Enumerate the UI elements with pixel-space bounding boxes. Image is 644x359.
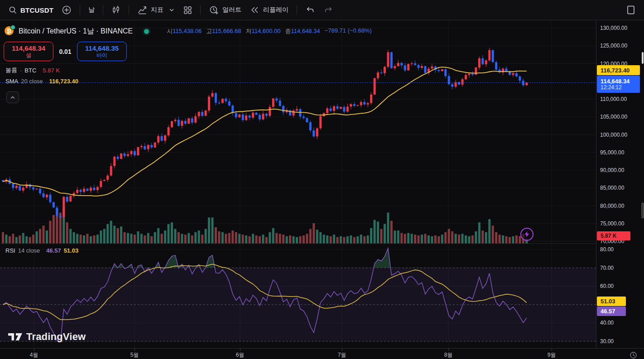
lightning-bolt-icon — [524, 231, 530, 238]
panel-icon — [626, 5, 635, 15]
high-value: 115,666.68 — [212, 28, 241, 34]
buy-label: 바이 — [96, 52, 107, 59]
layout-grid-button[interactable] — [179, 3, 196, 17]
time-axis-month-label: 7월 — [338, 351, 346, 359]
time-axis-tick — [342, 349, 342, 351]
time-axis-tick — [240, 349, 240, 351]
time-axis[interactable]: 4월5월6월7월8월9월 — [0, 348, 644, 359]
time-axis-month-label: 5월 — [130, 351, 139, 359]
sma-axis-label: 116,723.40 — [597, 65, 640, 75]
timezone-clock-icon[interactable] — [630, 351, 637, 359]
rsi-value: 46.57 — [46, 247, 61, 254]
close-label: 종 — [285, 28, 291, 34]
tradingview-logo[interactable]: TradingView — [8, 331, 86, 343]
tradingview-logo-text: TradingView — [26, 331, 86, 343]
grid-layout-icon — [183, 5, 192, 14]
market-status-dot-icon[interactable] — [144, 29, 149, 34]
rsi-axis-label: 46.57 — [597, 306, 626, 316]
compare-add-button[interactable] — [58, 2, 76, 18]
undo-icon — [305, 5, 315, 15]
time-axis-tick — [34, 349, 34, 351]
legend-collapse-button[interactable] — [6, 91, 19, 103]
rsi-params: 14 close — [18, 247, 40, 254]
bitcoin-icon: ₿ — [5, 26, 14, 36]
sma-value: 116,723.40 — [49, 78, 78, 85]
high-label: 고 — [206, 28, 212, 34]
last-price-axis-label: 114,648.34 12:24:12 — [597, 76, 640, 93]
scrollbar-thumb[interactable] — [642, 52, 644, 64]
volume-separator: · — [20, 67, 22, 74]
replay-button[interactable]: 리플레이 — [245, 2, 293, 18]
alarm-clock-plus-icon — [209, 5, 219, 15]
spread-value: 0.01 — [53, 48, 77, 55]
toolbar-separator — [200, 5, 201, 15]
candlestick-icon — [111, 5, 120, 14]
sma-name: SMA — [5, 78, 18, 85]
alert-button[interactable]: 얼러트 — [205, 2, 245, 18]
right-panel-rail[interactable] — [642, 20, 644, 348]
price-axis-tick: 130,000.00 — [600, 25, 627, 31]
toolbar-separator — [80, 5, 80, 15]
price-chart-canvas[interactable] — [0, 20, 596, 348]
time-axis-month-label: 8월 — [444, 351, 453, 359]
time-axis-tick — [448, 349, 449, 351]
rsi-name: RSI — [5, 247, 15, 254]
time-axis-month-label: 9월 — [548, 351, 556, 359]
rsi-legend[interactable]: RSI 14 close 46.57 51.03 — [5, 247, 78, 254]
sell-button[interactable]: 114,648.34 셀 — [4, 42, 53, 61]
close-value: 114,648.34 — [291, 28, 320, 34]
ohlc-values: 시115,438.06 고115,666.68 저114,600.00 종114… — [167, 27, 372, 35]
replay-rewind-icon — [250, 5, 260, 15]
volume-legend[interactable]: 볼륨 · BTC 5.87 K — [5, 66, 60, 74]
rsi-axis-tick: 40.00 — [600, 320, 614, 326]
open-value: 115,438.06 — [173, 28, 202, 34]
low-label: 저 — [245, 28, 251, 34]
toolbar-separator — [297, 5, 297, 15]
volume-axis-label: 5.87 K — [597, 231, 630, 240]
chart-style-button[interactable] — [107, 3, 125, 17]
time-axis-month-label: 4월 — [30, 351, 38, 359]
indicators-button[interactable]: 지표 — [133, 2, 168, 18]
top-toolbar: BTCUSDT 날 지표 얼러트 리플 — [0, 0, 644, 20]
open-label: 시 — [167, 28, 173, 34]
time-axis-tick — [552, 349, 552, 351]
price-axis[interactable]: 30.0040.0060.0070.0080.0070,000.0075,000… — [596, 20, 642, 348]
time-axis-tick — [135, 349, 135, 351]
price-axis-tick: 95,000.00 — [600, 149, 624, 156]
symbol-search-button[interactable]: BTCUSDT — [5, 3, 58, 17]
time-axis-month-label: 6월 — [236, 351, 245, 359]
main-legend: ₿ Bitcoin / TetherUS · 1날 · BINANCE 시115… — [5, 26, 372, 36]
chevron-up-icon — [10, 95, 15, 100]
interval-label: 날 — [88, 6, 95, 14]
trade-panel: 114,648.34 셀 0.01 114,648.35 바이 — [4, 42, 127, 61]
replay-label: 리플레이 — [263, 6, 288, 14]
panel-handle[interactable] — [642, 203, 644, 218]
instant-trading-icon[interactable] — [520, 228, 533, 241]
chart-area[interactable]: ₿ Bitcoin / TetherUS · 1날 · BINANCE 시115… — [0, 20, 596, 348]
price-axis-tick: 75,000.00 — [600, 220, 624, 227]
volume-value: 5.87 K — [43, 67, 60, 74]
sma-legend[interactable]: SMA 20 close 116,723.40 — [5, 78, 78, 85]
buy-button[interactable]: 114,648.35 바이 — [77, 42, 127, 61]
bar-countdown: 12:24:12 — [601, 85, 640, 91]
interval-button[interactable]: 날 — [84, 3, 99, 17]
sell-price: 114,648.34 — [12, 44, 45, 52]
plus-circle-icon — [62, 5, 72, 15]
low-value: 114,600.00 — [251, 28, 280, 34]
undo-button[interactable] — [301, 2, 319, 18]
alert-label: 얼러트 — [222, 6, 241, 14]
redo-button[interactable] — [319, 2, 337, 18]
toolbar-separator — [129, 5, 129, 15]
tradingview-logo-icon — [8, 332, 23, 341]
rsi-axis-tick: 80.00 — [600, 246, 614, 253]
sell-label: 셀 — [26, 52, 31, 59]
chevron-down-icon — [168, 7, 175, 13]
price-axis-tick: 125,000.00 — [600, 43, 627, 49]
redo-icon — [323, 5, 333, 15]
indicators-label: 지표 — [151, 6, 163, 14]
indicators-templates-button[interactable] — [168, 4, 179, 16]
pair-title[interactable]: Bitcoin / TetherUS · 1날 · BINANCE — [19, 27, 133, 36]
panel-toggle-button[interactable] — [622, 2, 639, 18]
price-axis-tick: 110,000.00 — [600, 96, 627, 102]
rsi-ma-axis-label: 51.03 — [597, 297, 626, 306]
